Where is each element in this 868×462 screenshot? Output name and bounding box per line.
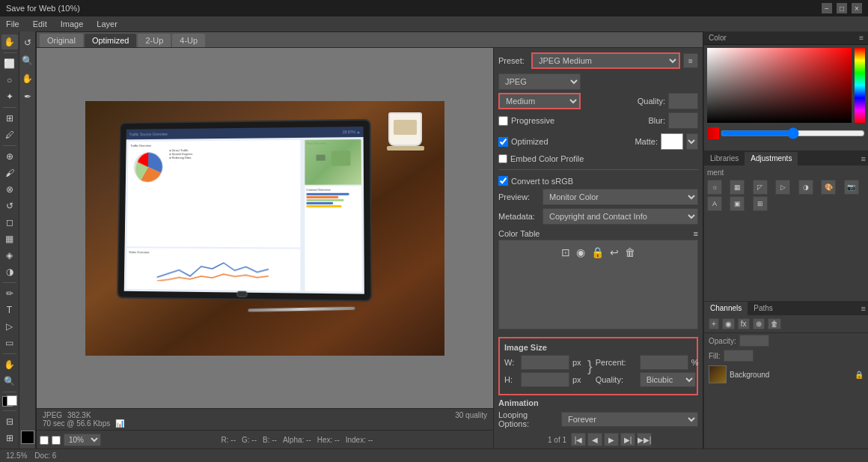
- tool2-hand[interactable]: ✋: [19, 70, 36, 87]
- quality-type-select[interactable]: Bicubic: [640, 372, 696, 387]
- layers-menu[interactable]: ≡: [859, 302, 868, 315]
- progressive-checkbox[interactable]: [498, 116, 508, 126]
- ct-icon-lock[interactable]: 🔒: [591, 246, 604, 258]
- tool-marquee[interactable]: ⬜: [1, 56, 18, 71]
- quality-input[interactable]: 30: [668, 93, 698, 109]
- tool-eraser[interactable]: ◻: [1, 215, 18, 230]
- quality-select[interactable]: Medium: [498, 93, 581, 109]
- tool2-1[interactable]: ↺: [19, 34, 36, 51]
- adj-more-icon[interactable]: ⊞: [753, 196, 768, 211]
- menu-layer[interactable]: Layer: [94, 19, 120, 28]
- adj-arrow-icon[interactable]: ▷: [775, 180, 790, 195]
- anim-play-btn[interactable]: ▶: [604, 433, 619, 446]
- metadata-select[interactable]: Copyright and Contact Info: [542, 208, 698, 225]
- ct-icon-2[interactable]: ◉: [576, 246, 585, 258]
- animation-loop-select[interactable]: Forever: [561, 412, 698, 427]
- tool-lasso[interactable]: ○: [1, 73, 18, 88]
- tool-move[interactable]: ✋: [1, 34, 18, 49]
- tool2-eyedropper[interactable]: ✒: [19, 88, 36, 105]
- anim-prev-btn[interactable]: ◀: [587, 433, 602, 446]
- tool-zoom[interactable]: 🔍: [1, 374, 18, 389]
- preview-check1[interactable]: [40, 436, 49, 445]
- tab-4up[interactable]: 4-Up: [172, 34, 205, 47]
- matte-color-swatch[interactable]: [661, 133, 683, 150]
- minimize-button[interactable]: −: [822, 3, 832, 13]
- adj-menu[interactable]: ≡: [859, 152, 868, 165]
- tool-heal[interactable]: ⊕: [1, 149, 18, 164]
- blur-input[interactable]: 0: [668, 112, 698, 129]
- tab-adjustments[interactable]: Adjustments: [745, 152, 798, 165]
- color-r-slider[interactable]: [721, 130, 865, 136]
- tool-shape[interactable]: ▭: [1, 335, 18, 350]
- preset-select[interactable]: JPEG Medium: [531, 52, 680, 69]
- tool-history-brush[interactable]: ↺: [1, 198, 18, 213]
- tool-dodge[interactable]: ◑: [1, 264, 18, 279]
- height-input[interactable]: 4016: [521, 372, 569, 387]
- preview-check2[interactable]: [52, 436, 61, 445]
- adj-photo-icon[interactable]: 📷: [844, 180, 859, 195]
- optimized-checkbox[interactable]: [498, 137, 508, 147]
- close-button[interactable]: ×: [852, 3, 862, 13]
- tool-extra-1[interactable]: ⊟: [1, 414, 18, 429]
- tool-type[interactable]: T: [1, 303, 18, 317]
- tool-hand[interactable]: ✋: [1, 357, 18, 372]
- tool-pen[interactable]: ✏: [1, 286, 18, 301]
- hue-slider[interactable]: [855, 48, 865, 123]
- menu-image[interactable]: Image: [58, 19, 87, 28]
- tool-magic-wand[interactable]: ✦: [1, 89, 18, 104]
- tab-original[interactable]: Original: [40, 34, 83, 47]
- layer-mask-btn[interactable]: ◉: [722, 318, 735, 329]
- color-panel-menu[interactable]: ≡: [859, 34, 864, 42]
- color-swatches[interactable]: [2, 396, 17, 406]
- layer-background-item[interactable]: Background 🔒: [704, 363, 868, 386]
- adj-hue-icon[interactable]: ◑: [798, 180, 813, 195]
- tool2-zoom[interactable]: 🔍: [19, 52, 36, 69]
- adj-filter-icon[interactable]: ▣: [730, 196, 745, 211]
- tool-gradient[interactable]: ▦: [1, 231, 18, 246]
- format-select[interactable]: JPEG: [498, 73, 581, 90]
- background-color[interactable]: [7, 395, 17, 406]
- adj-brightness-icon[interactable]: ☼: [707, 180, 722, 195]
- anim-last-btn[interactable]: ▶▶|: [637, 433, 652, 446]
- adj-text-icon[interactable]: A: [707, 196, 722, 211]
- tool-path[interactable]: ▷: [1, 319, 18, 334]
- menu-edit[interactable]: Edit: [30, 19, 50, 28]
- tab-optimized[interactable]: Optimized: [85, 34, 137, 47]
- ct-icon-1[interactable]: ⊡: [561, 246, 570, 258]
- width-input[interactable]: 6016: [521, 355, 569, 370]
- anim-first-btn[interactable]: |◀: [571, 433, 586, 446]
- menu-file[interactable]: File: [3, 19, 22, 28]
- color-spectrum[interactable]: [707, 48, 852, 123]
- preset-menu-btn[interactable]: ≡: [683, 53, 698, 68]
- layer-copy-btn[interactable]: ⊕: [753, 318, 765, 329]
- percent-input[interactable]: 100: [640, 355, 688, 370]
- maximize-button[interactable]: □: [837, 3, 847, 13]
- adj-curves-icon[interactable]: ◸: [753, 180, 768, 195]
- opacity-input[interactable]: 100%: [739, 335, 769, 347]
- adj-levels-icon[interactable]: ▦: [730, 180, 745, 195]
- preview-setting-select[interactable]: Monitor Color: [542, 189, 698, 205]
- layer-fx-btn[interactable]: fx: [738, 318, 750, 329]
- layer-delete-btn[interactable]: 🗑: [768, 318, 781, 329]
- convert-srgb-checkbox[interactable]: [498, 176, 508, 186]
- fill-input[interactable]: 100%: [724, 350, 754, 362]
- tool-blur[interactable]: ◈: [1, 248, 18, 263]
- tab-channels[interactable]: Channels: [704, 302, 748, 315]
- tab-libraries[interactable]: Libraries: [704, 152, 745, 165]
- tab-2up[interactable]: 2-Up: [138, 34, 171, 47]
- tool-brush[interactable]: 🖌: [1, 165, 18, 180]
- tool2-fg-color[interactable]: [21, 431, 34, 444]
- tool-extra-2[interactable]: ⊞: [1, 431, 18, 446]
- adj-color-icon[interactable]: 🎨: [821, 180, 836, 195]
- color-table-menu[interactable]: ≡: [694, 229, 698, 238]
- embed-color-checkbox[interactable]: [498, 154, 507, 163]
- anim-next-btn[interactable]: ▶|: [620, 433, 635, 446]
- tab-paths[interactable]: Paths: [748, 302, 779, 315]
- tool-eyedropper[interactable]: 🖊: [1, 127, 18, 142]
- tool-clone[interactable]: ⊗: [1, 182, 18, 197]
- ct-icon-4[interactable]: ↩: [610, 246, 619, 258]
- tool-crop[interactable]: ⊞: [1, 111, 18, 126]
- layer-add-btn[interactable]: +: [709, 318, 719, 329]
- zoom-select[interactable]: 10%: [64, 434, 101, 446]
- link-proportional-icon[interactable]: }: [587, 355, 593, 375]
